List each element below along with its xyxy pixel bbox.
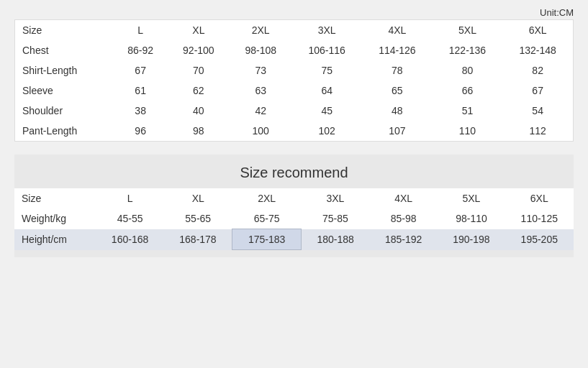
row-cell: 185-192 xyxy=(369,229,437,250)
row-cell: 168-178 xyxy=(164,229,232,250)
size-table-2: SizeLXL2XL3XL4XL5XL6XLWeight/kg45-5555-6… xyxy=(14,188,574,250)
table1-header-cell: Size xyxy=(15,20,114,40)
table-row: Sleeve61626364656667 xyxy=(15,80,573,101)
row-cell: 48 xyxy=(362,101,433,121)
row-cell: 40 xyxy=(168,101,230,121)
recommend-section: Size recommend SizeLXL2XL3XL4XL5XL6XLWei… xyxy=(14,155,574,257)
row-cell: 160-168 xyxy=(96,229,163,250)
row-label: Pant-Length xyxy=(15,121,114,141)
table2-header-cell: 4XL xyxy=(369,188,437,208)
row-cell: 80 xyxy=(433,60,503,80)
row-cell: 102 xyxy=(291,121,362,141)
row-label: Chest xyxy=(15,40,114,60)
row-cell: 98-108 xyxy=(230,40,291,60)
row-cell: 66 xyxy=(433,80,503,101)
row-cell: 96 xyxy=(114,121,168,141)
table2-header-cell: 6XL xyxy=(505,188,573,208)
row-label: Shoulder xyxy=(15,101,114,121)
row-label: Sleeve xyxy=(15,80,114,101)
row-cell: 78 xyxy=(362,60,433,80)
row-label: Height/cm xyxy=(14,229,96,250)
table1-wrapper: SizeLXL2XL3XL4XL5XL6XLChest86-9292-10098… xyxy=(14,19,574,142)
row-cell: 86-92 xyxy=(114,40,168,60)
table1-header-cell: 5XL xyxy=(433,20,503,40)
table1-header-cell: 4XL xyxy=(362,20,433,40)
row-cell: 180-188 xyxy=(301,229,369,250)
row-cell: 42 xyxy=(230,101,291,121)
row-cell: 70 xyxy=(168,60,230,80)
row-cell: 67 xyxy=(502,80,573,101)
row-cell: 61 xyxy=(114,80,168,101)
section-title: Size recommend xyxy=(14,155,574,188)
row-cell: 82 xyxy=(502,60,573,80)
row-cell: 132-148 xyxy=(502,40,573,60)
row-cell: 38 xyxy=(114,101,168,121)
table-row: Pant-Length9698100102107110112 xyxy=(15,121,573,141)
row-cell: 98 xyxy=(168,121,230,141)
row-cell: 62 xyxy=(168,80,230,101)
row-cell: 112 xyxy=(502,121,573,141)
row-cell: 54 xyxy=(502,101,573,121)
row-cell: 73 xyxy=(230,60,291,80)
row-cell: 98-110 xyxy=(438,208,505,229)
table2-header-cell: L xyxy=(96,188,163,208)
unit-label: Unit:CM xyxy=(14,7,574,18)
table1-header-cell: 2XL xyxy=(230,20,291,40)
row-cell: 107 xyxy=(362,121,433,141)
row-cell: 106-116 xyxy=(291,40,362,60)
row-cell: 45-55 xyxy=(96,208,163,229)
table1-header-cell: 3XL xyxy=(291,20,362,40)
row-cell: 122-136 xyxy=(433,40,503,60)
table-row: Chest86-9292-10098-108106-116114-126122-… xyxy=(15,40,573,60)
table2-header-cell: Size xyxy=(14,188,96,208)
row-cell: 45 xyxy=(291,101,362,121)
table2-header-cell: XL xyxy=(164,188,232,208)
row-cell: 75 xyxy=(291,60,362,80)
row-cell: 92-100 xyxy=(168,40,230,60)
table1-header-cell: XL xyxy=(168,20,230,40)
row-cell: 75-85 xyxy=(301,208,369,229)
table-row: Weight/kg45-5555-6565-7575-8585-9898-110… xyxy=(14,208,574,229)
row-cell: 64 xyxy=(291,80,362,101)
row-cell: 51 xyxy=(433,101,503,121)
row-cell: 110-125 xyxy=(505,208,573,229)
table-row: Shoulder38404245485154 xyxy=(15,101,573,121)
row-cell: 110 xyxy=(433,121,503,141)
row-cell: 65-75 xyxy=(232,208,302,229)
row-cell: 55-65 xyxy=(164,208,232,229)
table2-header-cell: 3XL xyxy=(301,188,369,208)
table1-header-cell: L xyxy=(114,20,168,40)
table2-wrapper: SizeLXL2XL3XL4XL5XL6XLWeight/kg45-5555-6… xyxy=(14,188,574,250)
row-cell: 190-198 xyxy=(438,229,505,250)
table2-header-cell: 5XL xyxy=(438,188,505,208)
table-row: Shirt-Length67707375788082 xyxy=(15,60,573,80)
row-cell: 63 xyxy=(230,80,291,101)
size-table-1: SizeLXL2XL3XL4XL5XL6XLChest86-9292-10098… xyxy=(15,20,573,141)
row-label: Shirt-Length xyxy=(15,60,114,80)
row-cell: 195-205 xyxy=(505,229,573,250)
table2-header-cell: 2XL xyxy=(232,188,302,208)
row-cell: 114-126 xyxy=(362,40,433,60)
table-row: Height/cm160-168168-178175-183180-188185… xyxy=(14,229,574,250)
row-cell: 85-98 xyxy=(369,208,437,229)
row-cell: 175-183 xyxy=(232,229,302,250)
row-cell: 100 xyxy=(230,121,291,141)
row-cell: 65 xyxy=(362,80,433,101)
table1-header-cell: 6XL xyxy=(502,20,573,40)
row-cell: 67 xyxy=(114,60,168,80)
row-label: Weight/kg xyxy=(14,208,96,229)
